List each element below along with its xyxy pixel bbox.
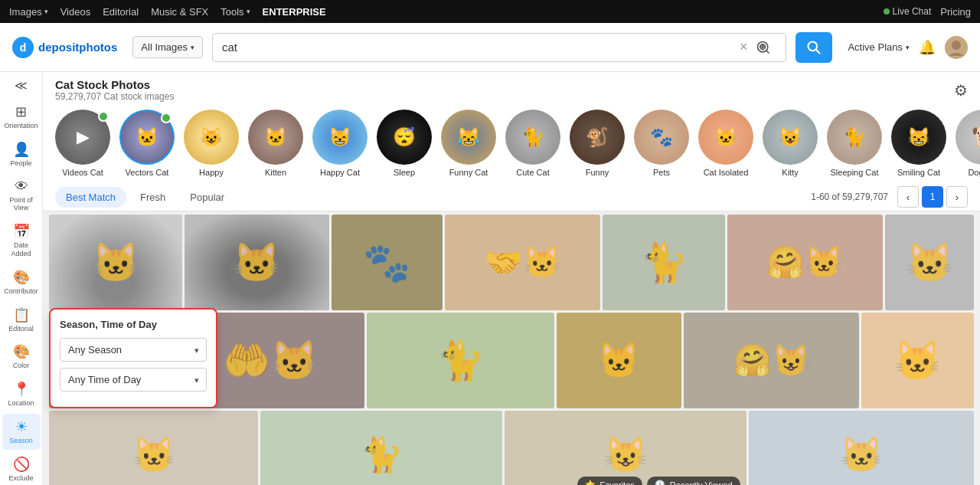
category-item[interactable]: 😸 Smiling Cat (891, 110, 946, 177)
category-label: Funny Cat (449, 168, 488, 177)
category-item[interactable]: 🐕 Dog A... (956, 110, 980, 177)
grid-item[interactable]: 🐱 (49, 411, 258, 485)
category-label: Funny (586, 168, 609, 177)
sidebar-item-date[interactable]: 📅 Date Added (2, 218, 41, 263)
grid-item[interactable]: 🐱 (861, 313, 974, 408)
color-icon: 🎨 (13, 343, 30, 360)
play-icon: ▶ (77, 127, 90, 147)
sidebar-expand-button[interactable]: ≪ (9, 78, 34, 93)
sidebar-label-season: Season (9, 437, 33, 445)
sidebar-item-season[interactable]: ☀ Season (2, 414, 41, 450)
svg-point-5 (952, 41, 961, 50)
sidebar-item-people[interactable]: 👤 People (2, 136, 41, 172)
nav-images[interactable]: Images ▾ (9, 6, 48, 18)
sidebar-item-contributor[interactable]: 🎨 Contributor (2, 264, 41, 300)
main-layout: ≪ ⊞ Orientation 👤 People 👁 Point of View… (0, 72, 980, 485)
live-chat-dot (884, 8, 890, 15)
sidebar-item-pov[interactable]: 👁 Point of View (2, 174, 41, 218)
category-item[interactable]: 😺 Happy (184, 110, 239, 177)
bottom-badges-overlay: ⭐ Favorites 🕐 Recently Viewed (577, 477, 740, 485)
tabs-left: Best Match Fresh Popular (55, 187, 235, 208)
logo-text: depositphotos (38, 41, 117, 54)
user-avatar[interactable] (945, 36, 968, 59)
pagination-prev-button[interactable]: ‹ (897, 186, 919, 208)
tab-best-match[interactable]: Best Match (55, 187, 126, 208)
grid-item[interactable]: 😺 ⭐ Favorites 🕐 Recently Viewed (505, 411, 746, 485)
live-chat[interactable]: Live Chat (884, 6, 932, 17)
category-item[interactable]: ▶ Videos Cat (55, 110, 110, 177)
sidebar-label-people: People (10, 159, 31, 168)
sidebar-label-color: Color (13, 362, 30, 370)
settings-icon[interactable]: ⚙ (954, 81, 968, 100)
top-nav: Images ▾ Videos Editorial Music & SFX To… (0, 0, 980, 23)
sidebar-label-pov: Point of View (5, 196, 38, 213)
visual-search-icon[interactable] (750, 34, 776, 61)
nav-enterprise[interactable]: ENTERPRISE (263, 6, 326, 18)
notification-icon[interactable]: 🔔 (919, 39, 936, 56)
category-item[interactable]: 🐱 Kitten (248, 110, 303, 177)
active-plans-chevron-icon: ▾ (906, 44, 910, 51)
grid-item[interactable]: 🐱 (749, 411, 974, 485)
category-item[interactable]: 🐱 Cat Isolated (698, 110, 753, 177)
pagination-next-button[interactable]: › (946, 186, 968, 208)
nav-videos[interactable]: Videos (60, 6, 91, 18)
category-item[interactable]: 😺 Kitty (763, 110, 818, 177)
category-label: Happy (199, 168, 224, 177)
nav-editorial[interactable]: Editorial (103, 6, 139, 18)
page-title-wrap: Cat Stock Photos 59,279,707 Cat stock im… (55, 78, 174, 102)
clear-icon[interactable]: × (737, 36, 751, 58)
location-icon: 📍 (13, 381, 30, 398)
category-item[interactable]: 🐒 Funny (570, 110, 625, 177)
nav-tools[interactable]: Tools ▾ (220, 6, 250, 18)
active-plans-button[interactable]: Active Plans ▾ (848, 41, 910, 53)
category-label: Dog A... (968, 168, 980, 177)
photo-grid: 🐱 🐱 🐾 🤝🐱 (43, 211, 980, 485)
sidebar-item-location[interactable]: 📍 Location (2, 376, 41, 412)
sidebar-label-editorial: Editorial (8, 325, 34, 333)
favorites-badge[interactable]: ⭐ Favorites (577, 477, 642, 485)
people-icon: 👤 (13, 141, 30, 158)
grid-item[interactable]: 🤝🐱 (445, 215, 600, 310)
grid-item[interactable]: 🐈 (367, 313, 554, 408)
sidebar-item-orientation[interactable]: ⊞ Orientation (2, 99, 41, 135)
page-header: Cat Stock Photos 59,279,707 Cat stock im… (43, 72, 980, 105)
grid-item[interactable]: 🐱 (185, 215, 329, 310)
category-label: Cat Isolated (704, 168, 749, 177)
category-item[interactable]: 😹 Funny Cat (441, 110, 496, 177)
pagination-current-page: 1 (922, 186, 943, 208)
exclude-icon: 🚫 (13, 456, 30, 473)
top-nav-left: Images ▾ Videos Editorial Music & SFX To… (9, 6, 871, 18)
category-item[interactable]: 🐈 Sleeping Cat (827, 110, 882, 177)
time-of-day-select[interactable]: Any Time of Day Dawn Morning Midday Afte… (60, 368, 207, 392)
category-item[interactable]: 😸 Happy Cat (312, 110, 368, 177)
contributor-icon: 🎨 (13, 269, 30, 286)
pricing-link[interactable]: Pricing (940, 6, 971, 18)
orientation-icon: ⊞ (15, 103, 27, 120)
sidebar-item-editorial[interactable]: 📋 Editorial (2, 302, 41, 338)
search-type-selector[interactable]: All Images ▾ (132, 36, 203, 58)
grid-item[interactable]: 🐱 (49, 215, 182, 310)
category-item[interactable]: 😴 Sleep (377, 110, 432, 177)
grid-item[interactable]: 🐈 (603, 215, 725, 310)
grid-item[interactable]: 🐱 (557, 313, 681, 408)
search-input[interactable] (222, 41, 737, 54)
sidebar-item-color[interactable]: 🎨 Color (2, 339, 41, 375)
grid-item[interactable]: 🐾 (332, 215, 443, 310)
grid-item[interactable]: 🤗😺 (684, 313, 859, 408)
tab-fresh[interactable]: Fresh (129, 187, 176, 208)
logo[interactable]: d depositphotos (12, 37, 117, 58)
nav-music[interactable]: Music & SFX (151, 6, 208, 18)
category-item[interactable]: 🐈 Cute Cat (505, 110, 560, 177)
tab-popular[interactable]: Popular (179, 187, 235, 208)
grid-item[interactable]: 🐱 (885, 215, 974, 310)
recently-viewed-badge[interactable]: 🕐 Recently Viewed (647, 477, 740, 485)
sidebar-item-exclude[interactable]: 🚫 Exclude (2, 451, 41, 485)
category-item[interactable]: 🐱 Vectors Cat (119, 110, 175, 177)
category-item[interactable]: 🐾 Pets (634, 110, 689, 177)
content-area: Cat Stock Photos 59,279,707 Cat stock im… (43, 72, 980, 485)
season-select[interactable]: Any Season Spring Summer Autumn Winter (60, 338, 207, 362)
grid-item[interactable]: 🤗🐱 (727, 215, 883, 310)
editorial-icon: 📋 (13, 306, 30, 323)
search-button[interactable] (795, 32, 832, 63)
grid-item[interactable]: 🐈 (260, 411, 502, 485)
